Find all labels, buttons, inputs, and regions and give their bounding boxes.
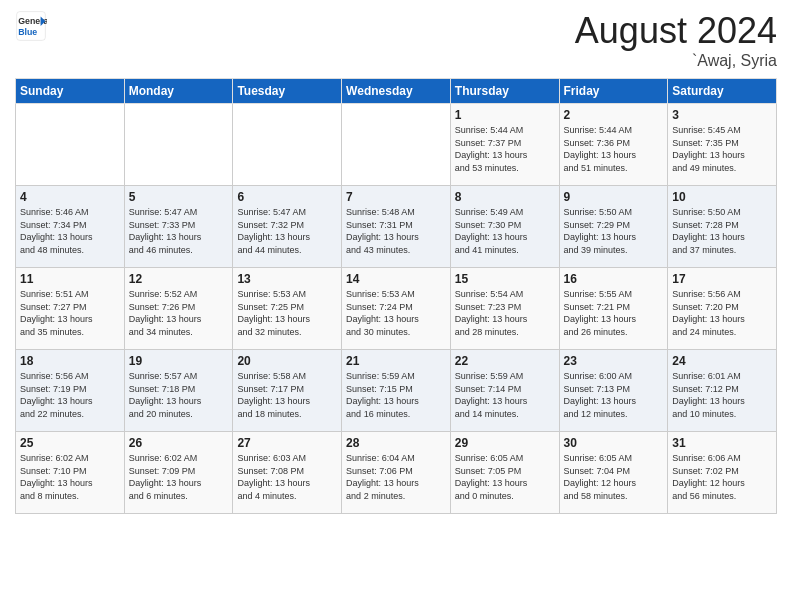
calendar-cell: 20Sunrise: 5:58 AM Sunset: 7:17 PM Dayli…	[233, 350, 342, 432]
day-number: 26	[129, 436, 229, 450]
day-number: 11	[20, 272, 120, 286]
col-header-monday: Monday	[124, 79, 233, 104]
day-number: 30	[564, 436, 664, 450]
calendar-cell: 22Sunrise: 5:59 AM Sunset: 7:14 PM Dayli…	[450, 350, 559, 432]
day-number: 5	[129, 190, 229, 204]
calendar-cell	[342, 104, 451, 186]
day-number: 25	[20, 436, 120, 450]
day-number: 16	[564, 272, 664, 286]
day-number: 31	[672, 436, 772, 450]
calendar-cell: 17Sunrise: 5:56 AM Sunset: 7:20 PM Dayli…	[668, 268, 777, 350]
day-info: Sunrise: 5:47 AM Sunset: 7:33 PM Dayligh…	[129, 206, 229, 256]
calendar-week-row: 4Sunrise: 5:46 AM Sunset: 7:34 PM Daylig…	[16, 186, 777, 268]
title-block: August 2024 `Awaj, Syria	[575, 10, 777, 70]
calendar-cell: 2Sunrise: 5:44 AM Sunset: 7:36 PM Daylig…	[559, 104, 668, 186]
day-info: Sunrise: 6:02 AM Sunset: 7:10 PM Dayligh…	[20, 452, 120, 502]
col-header-tuesday: Tuesday	[233, 79, 342, 104]
day-number: 13	[237, 272, 337, 286]
day-info: Sunrise: 6:06 AM Sunset: 7:02 PM Dayligh…	[672, 452, 772, 502]
day-info: Sunrise: 5:52 AM Sunset: 7:26 PM Dayligh…	[129, 288, 229, 338]
calendar-cell: 16Sunrise: 5:55 AM Sunset: 7:21 PM Dayli…	[559, 268, 668, 350]
day-info: Sunrise: 6:04 AM Sunset: 7:06 PM Dayligh…	[346, 452, 446, 502]
page-header: General Blue August 2024 `Awaj, Syria	[15, 10, 777, 70]
day-info: Sunrise: 5:57 AM Sunset: 7:18 PM Dayligh…	[129, 370, 229, 420]
day-info: Sunrise: 5:45 AM Sunset: 7:35 PM Dayligh…	[672, 124, 772, 174]
calendar-cell: 11Sunrise: 5:51 AM Sunset: 7:27 PM Dayli…	[16, 268, 125, 350]
calendar-week-row: 11Sunrise: 5:51 AM Sunset: 7:27 PM Dayli…	[16, 268, 777, 350]
day-number: 24	[672, 354, 772, 368]
day-number: 15	[455, 272, 555, 286]
calendar-cell: 21Sunrise: 5:59 AM Sunset: 7:15 PM Dayli…	[342, 350, 451, 432]
calendar-cell: 9Sunrise: 5:50 AM Sunset: 7:29 PM Daylig…	[559, 186, 668, 268]
logo-icon: General Blue	[15, 10, 47, 42]
day-info: Sunrise: 5:44 AM Sunset: 7:37 PM Dayligh…	[455, 124, 555, 174]
calendar-week-row: 25Sunrise: 6:02 AM Sunset: 7:10 PM Dayli…	[16, 432, 777, 514]
col-header-thursday: Thursday	[450, 79, 559, 104]
day-number: 29	[455, 436, 555, 450]
day-info: Sunrise: 5:50 AM Sunset: 7:28 PM Dayligh…	[672, 206, 772, 256]
day-info: Sunrise: 6:00 AM Sunset: 7:13 PM Dayligh…	[564, 370, 664, 420]
calendar-cell: 1Sunrise: 5:44 AM Sunset: 7:37 PM Daylig…	[450, 104, 559, 186]
day-number: 6	[237, 190, 337, 204]
day-info: Sunrise: 6:05 AM Sunset: 7:05 PM Dayligh…	[455, 452, 555, 502]
day-info: Sunrise: 5:58 AM Sunset: 7:17 PM Dayligh…	[237, 370, 337, 420]
day-info: Sunrise: 6:01 AM Sunset: 7:12 PM Dayligh…	[672, 370, 772, 420]
calendar-cell: 31Sunrise: 6:06 AM Sunset: 7:02 PM Dayli…	[668, 432, 777, 514]
day-info: Sunrise: 5:44 AM Sunset: 7:36 PM Dayligh…	[564, 124, 664, 174]
calendar-cell: 13Sunrise: 5:53 AM Sunset: 7:25 PM Dayli…	[233, 268, 342, 350]
day-number: 23	[564, 354, 664, 368]
calendar-week-row: 18Sunrise: 5:56 AM Sunset: 7:19 PM Dayli…	[16, 350, 777, 432]
col-header-friday: Friday	[559, 79, 668, 104]
day-number: 14	[346, 272, 446, 286]
calendar-cell: 25Sunrise: 6:02 AM Sunset: 7:10 PM Dayli…	[16, 432, 125, 514]
col-header-saturday: Saturday	[668, 79, 777, 104]
calendar-cell: 26Sunrise: 6:02 AM Sunset: 7:09 PM Dayli…	[124, 432, 233, 514]
calendar-cell: 14Sunrise: 5:53 AM Sunset: 7:24 PM Dayli…	[342, 268, 451, 350]
month-year: August 2024	[575, 10, 777, 52]
day-info: Sunrise: 5:59 AM Sunset: 7:15 PM Dayligh…	[346, 370, 446, 420]
calendar-cell: 27Sunrise: 6:03 AM Sunset: 7:08 PM Dayli…	[233, 432, 342, 514]
day-number: 4	[20, 190, 120, 204]
calendar-cell: 6Sunrise: 5:47 AM Sunset: 7:32 PM Daylig…	[233, 186, 342, 268]
calendar-cell: 18Sunrise: 5:56 AM Sunset: 7:19 PM Dayli…	[16, 350, 125, 432]
day-number: 3	[672, 108, 772, 122]
calendar-cell	[124, 104, 233, 186]
calendar-cell: 10Sunrise: 5:50 AM Sunset: 7:28 PM Dayli…	[668, 186, 777, 268]
day-number: 8	[455, 190, 555, 204]
logo: General Blue	[15, 10, 47, 42]
day-info: Sunrise: 5:56 AM Sunset: 7:19 PM Dayligh…	[20, 370, 120, 420]
calendar-header-row: SundayMondayTuesdayWednesdayThursdayFrid…	[16, 79, 777, 104]
calendar-cell: 28Sunrise: 6:04 AM Sunset: 7:06 PM Dayli…	[342, 432, 451, 514]
day-info: Sunrise: 5:50 AM Sunset: 7:29 PM Dayligh…	[564, 206, 664, 256]
calendar-week-row: 1Sunrise: 5:44 AM Sunset: 7:37 PM Daylig…	[16, 104, 777, 186]
calendar-cell: 7Sunrise: 5:48 AM Sunset: 7:31 PM Daylig…	[342, 186, 451, 268]
day-info: Sunrise: 5:48 AM Sunset: 7:31 PM Dayligh…	[346, 206, 446, 256]
location: `Awaj, Syria	[575, 52, 777, 70]
calendar-cell: 23Sunrise: 6:00 AM Sunset: 7:13 PM Dayli…	[559, 350, 668, 432]
calendar-cell	[16, 104, 125, 186]
calendar-cell: 19Sunrise: 5:57 AM Sunset: 7:18 PM Dayli…	[124, 350, 233, 432]
day-number: 19	[129, 354, 229, 368]
day-info: Sunrise: 5:53 AM Sunset: 7:24 PM Dayligh…	[346, 288, 446, 338]
day-info: Sunrise: 6:05 AM Sunset: 7:04 PM Dayligh…	[564, 452, 664, 502]
calendar-table: SundayMondayTuesdayWednesdayThursdayFrid…	[15, 78, 777, 514]
day-info: Sunrise: 5:55 AM Sunset: 7:21 PM Dayligh…	[564, 288, 664, 338]
day-info: Sunrise: 5:47 AM Sunset: 7:32 PM Dayligh…	[237, 206, 337, 256]
day-info: Sunrise: 5:59 AM Sunset: 7:14 PM Dayligh…	[455, 370, 555, 420]
day-number: 28	[346, 436, 446, 450]
day-number: 10	[672, 190, 772, 204]
day-number: 21	[346, 354, 446, 368]
day-number: 18	[20, 354, 120, 368]
calendar-cell	[233, 104, 342, 186]
day-number: 20	[237, 354, 337, 368]
calendar-cell: 5Sunrise: 5:47 AM Sunset: 7:33 PM Daylig…	[124, 186, 233, 268]
day-info: Sunrise: 6:02 AM Sunset: 7:09 PM Dayligh…	[129, 452, 229, 502]
day-info: Sunrise: 5:53 AM Sunset: 7:25 PM Dayligh…	[237, 288, 337, 338]
calendar-cell: 15Sunrise: 5:54 AM Sunset: 7:23 PM Dayli…	[450, 268, 559, 350]
day-number: 22	[455, 354, 555, 368]
svg-text:Blue: Blue	[18, 27, 37, 37]
calendar-cell: 12Sunrise: 5:52 AM Sunset: 7:26 PM Dayli…	[124, 268, 233, 350]
day-info: Sunrise: 5:46 AM Sunset: 7:34 PM Dayligh…	[20, 206, 120, 256]
day-number: 27	[237, 436, 337, 450]
day-info: Sunrise: 5:51 AM Sunset: 7:27 PM Dayligh…	[20, 288, 120, 338]
